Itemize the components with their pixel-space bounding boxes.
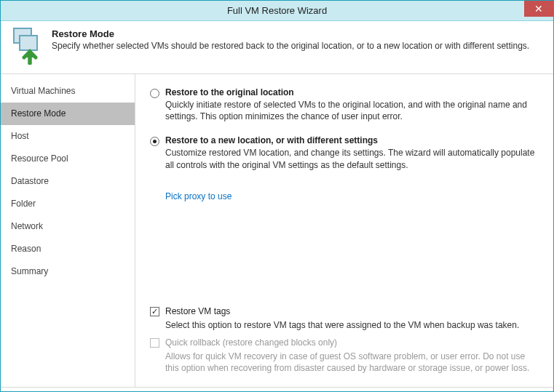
titlebar: Full VM Restore Wizard ✕ — [1, 1, 553, 21]
window-title: Full VM Restore Wizard — [1, 5, 553, 16]
radio-restore-new-location[interactable] — [150, 137, 159, 146]
option-original-title: Restore to the original location — [165, 87, 539, 97]
checkbox-restore-vm-tags-label: Restore VM tags — [165, 306, 230, 316]
main-panel: Restore to the original location Quickly… — [135, 74, 553, 387]
sidebar-item-resource-pool[interactable]: Resource Pool — [1, 148, 135, 170]
checkbox-quick-rollback-desc: Allows for quick VM recovery in case of … — [165, 351, 539, 374]
sidebar-item-restore-mode[interactable]: Restore Mode — [1, 103, 135, 125]
sidebar-item-network[interactable]: Network — [1, 215, 135, 238]
page-title: Restore Mode — [52, 28, 545, 39]
option-newloc-desc: Customize restored VM location, and chan… — [165, 147, 539, 170]
sidebar-item-reason[interactable]: Reason — [1, 238, 135, 260]
checkbox-quick-rollback-label: Quick rollback (restore changed blocks o… — [165, 337, 337, 348]
checkbox-quick-rollback — [150, 338, 159, 348]
wizard-footer: < Previous Next > Finish Cancel — [1, 387, 553, 392]
checkbox-restore-vm-tags[interactable] — [150, 307, 159, 316]
close-button[interactable]: ✕ — [524, 1, 553, 17]
sidebar-item-virtual-machines[interactable]: Virtual Machines — [1, 80, 135, 103]
pick-proxy-link[interactable]: Pick proxy to use — [165, 191, 539, 201]
page-subtitle: Specify whether selected VMs should be r… — [52, 41, 545, 51]
close-icon: ✕ — [534, 4, 543, 14]
radio-restore-original[interactable] — [150, 89, 159, 98]
checkbox-restore-vm-tags-desc: Select this option to restore VM tags th… — [165, 319, 539, 331]
option-original-desc: Quickly initiate restore of selected VMs… — [165, 99, 539, 122]
svg-rect-1 — [20, 36, 37, 50]
sidebar-item-folder[interactable]: Folder — [1, 193, 135, 215]
sidebar-item-host[interactable]: Host — [1, 125, 135, 148]
option-newloc-title: Restore to a new location, or with diffe… — [165, 135, 539, 145]
wizard-header: Restore Mode Specify whether selected VM… — [1, 21, 553, 74]
restore-vm-icon — [9, 27, 44, 65]
sidebar-item-summary[interactable]: Summary — [1, 260, 135, 283]
sidebar-item-datastore[interactable]: Datastore — [1, 170, 135, 193]
wizard-steps-sidebar: Virtual Machines Restore Mode Host Resou… — [1, 74, 135, 387]
